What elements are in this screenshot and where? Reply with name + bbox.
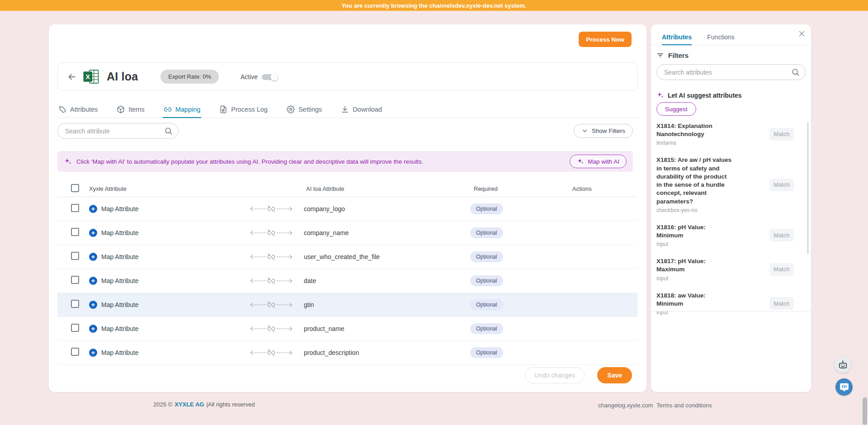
mapping-toolbar: Show Filters [57,123,633,139]
row-checkbox[interactable] [71,228,79,236]
map-with-ai-button[interactable]: Map with AI [570,155,627,168]
tab-download[interactable]: Download [340,101,383,118]
sparkle-icon [64,157,72,165]
suggestion-type: input [656,309,732,316]
download-icon [341,105,349,113]
environment-banner: You are currently browsing the channelsd… [0,0,868,11]
chevron-down-icon [581,128,588,134]
column-header-required: Required [460,185,550,192]
match-button[interactable]: Match [769,263,794,276]
show-filters-button[interactable]: Show Filters [574,124,633,138]
suggestion-item: X1814: Explanation Nanotechnology textar… [656,122,794,146]
match-button[interactable]: Match [769,229,794,241]
ai-assistant-button[interactable] [834,356,851,373]
export-rate-badge: Export Rate: 0% [160,70,219,84]
row-checkbox[interactable] [71,252,79,260]
column-header-ai-loa: AI loa Attribute [304,185,460,192]
footer-company-link[interactable]: XYXLE AG [175,401,204,408]
required-badge: Optional [470,347,503,358]
panel-scrollbar[interactable] [807,122,809,254]
suggestion-list: X1814: Explanation Nanotechnology textar… [656,122,794,316]
footer-changelog-link[interactable]: changelog.xyxle.com [598,402,653,409]
column-header-xyxle: Xyxle Attribute [89,185,238,192]
suggestion-title: X1818: aw Value: Minimum [656,292,732,308]
attribute-search [57,123,179,139]
undo-changes-button[interactable]: Undo changes [525,367,585,383]
ai-loa-attribute-name: gtin [304,301,314,308]
row-checkbox[interactable] [71,300,79,308]
ai-loa-attribute-name: user_who_created_the_file [304,253,380,260]
unlink-connector-icon [249,277,294,285]
plus-icon: + [89,325,97,333]
tab-settings[interactable]: Settings [286,101,323,118]
suggestion-item: X1815: Are aw / pH values in terms of sa… [656,156,794,213]
tab-mapping[interactable]: Mapping [163,101,202,118]
plus-icon: + [89,229,97,237]
map-attribute-button[interactable]: + Map Attribute [89,205,139,213]
tag-icon [58,105,66,113]
tab-items[interactable]: Items [116,101,145,118]
active-label: Active [241,73,258,80]
suggestion-title: X1817: pH Value: Maximum [656,257,732,274]
row-checkbox[interactable] [71,204,79,212]
page-title: AI loa [107,70,138,83]
filter-icon [656,52,664,59]
suggest-button[interactable]: Suggest [656,102,696,116]
map-attribute-button[interactable]: + Map Attribute [89,253,139,261]
excel-file-icon: X [83,69,99,84]
unlink-connector-icon [249,205,294,213]
required-badge: Optional [470,275,503,286]
filters-header: Filters [656,52,689,59]
suggestion-title: X1815: Are aw / pH values in terms of sa… [656,156,732,205]
required-badge: Optional [470,251,503,262]
main-card: Process Now X AI loa Export Rate: 0% Act… [49,24,646,392]
tab-attributes[interactable]: Attributes [57,101,99,118]
map-attribute-button[interactable]: + Map Attribute [89,229,139,237]
map-attribute-button[interactable]: + Map Attribute [89,325,139,333]
mapping-table-body: + Map Attribute company_logo Optional [57,197,637,365]
suggestion-title: X1814: Explanation Nanotechnology [656,122,732,138]
ai-mapping-banner: Click 'Map with AI' to automatically pop… [57,151,633,172]
attribute-search-input[interactable] [57,123,179,139]
save-actions: Undo changes Save [525,367,632,383]
sparkle-icon [656,91,664,99]
row-checkbox[interactable] [71,348,79,356]
suggestion-type: checkbox-yes-no [656,207,732,213]
package-icon [117,105,125,113]
table-row: + Map Attribute gtin Optional [57,293,637,317]
back-button[interactable] [67,72,77,82]
back-arrow-icon [67,72,77,82]
process-now-button[interactable]: Process Now [579,32,632,47]
suggestion-item: X1817: pH Value: Maximum input Match [656,257,794,281]
unlink-connector-icon [249,349,294,357]
panel-tab-attributes[interactable]: Attributes [662,30,692,45]
match-button[interactable]: Match [769,297,794,310]
save-button[interactable]: Save [597,367,632,383]
map-attribute-button[interactable]: + Map Attribute [89,277,139,285]
chat-support-button[interactable] [835,378,853,396]
select-all-checkbox[interactable] [71,184,79,192]
active-toggle[interactable] [259,71,279,82]
table-row: + Map Attribute company_name Optional [57,221,637,245]
footer-copyright: 2025 © XYXLE AG |All rights reserved [153,401,255,408]
active-toggle-group: Active [241,71,279,82]
chat-bubble-icon [839,382,850,393]
gear-icon [287,105,295,113]
panel-search-input[interactable] [656,64,806,80]
match-button[interactable]: Match [769,179,794,191]
panel-tab-functions[interactable]: Functions [707,30,735,45]
ai-loa-attribute-name: company_name [304,229,349,236]
side-panel-tabs: Attributes Functions [651,30,811,45]
page-scrollbar-thumb[interactable] [863,397,867,425]
row-checkbox[interactable] [71,276,79,284]
suggestion-item: X1816: pH Value: Minimum input Match [656,223,794,247]
row-checkbox[interactable] [71,324,79,332]
environment-banner-text: You are currently browsing the channelsd… [342,2,527,9]
map-attribute-button[interactable]: + Map Attribute [89,301,139,309]
required-badge: Optional [470,323,503,334]
map-attribute-button[interactable]: + Map Attribute [89,349,139,357]
footer-terms-link[interactable]: Terms and conditions [656,402,712,409]
match-button[interactable]: Match [769,128,794,141]
tab-process-log[interactable]: Process Log [218,101,269,118]
panel-divider [651,311,811,312]
